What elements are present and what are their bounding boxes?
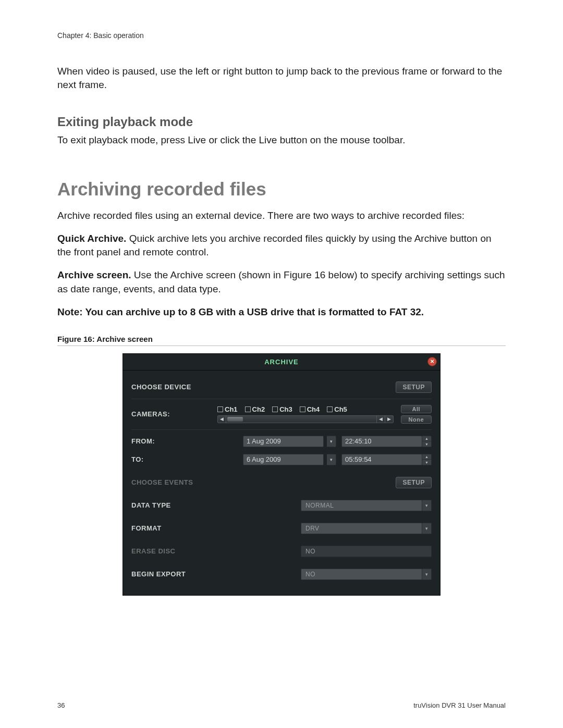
begin-export-row: BEGIN EXPORT NO ▾: [131, 563, 432, 586]
choose-device-row: CHOOSE DEVICE SETUP: [131, 376, 432, 399]
archive-titlebar: ARCHIVE ✕: [123, 354, 440, 371]
scroll-right2-icon[interactable]: ▶: [385, 416, 393, 423]
archive-screen-label: Archive screen.: [57, 269, 131, 280]
archiving-heading: Archiving recorded files: [57, 179, 506, 200]
cameras-row: CAMERAS: Ch1 Ch2 Ch3 Ch4 Ch5 ◀ ◀ ▶ All: [131, 399, 432, 429]
erase-disc-value: NO: [301, 546, 432, 557]
scroll-left-icon[interactable]: ◀: [218, 416, 226, 423]
cameras-all-button[interactable]: All: [401, 405, 432, 413]
begin-export-select[interactable]: NO: [301, 569, 422, 580]
to-time-input[interactable]: 05:59:54: [341, 454, 422, 465]
choose-events-setup-button[interactable]: SETUP: [396, 477, 432, 488]
quick-archive-paragraph: Quick Archive. Quick archive lets you ar…: [57, 232, 506, 259]
camera-checkboxes: Ch1 Ch2 Ch3 Ch4 Ch5: [217, 405, 394, 413]
from-time-input[interactable]: 22:45:10: [341, 436, 422, 447]
exiting-text: To exit playback mode, press Live or cli…: [57, 133, 506, 147]
format-dropdown-icon[interactable]: ▾: [422, 523, 432, 534]
begin-export-label: BEGIN EXPORT: [131, 570, 301, 578]
archive-title: ARCHIVE: [264, 358, 299, 366]
data-type-label: DATA TYPE: [131, 501, 301, 509]
erase-disc-row: ERASE DISC NO: [131, 540, 432, 563]
choose-events-label: CHOOSE EVENTS: [131, 478, 217, 486]
archiving-intro: Archive recorded files using an external…: [57, 209, 506, 223]
erase-disc-label: ERASE DISC: [131, 547, 301, 555]
choose-events-row: CHOOSE EVENTS SETUP: [131, 471, 432, 494]
note-text: Note: You can archive up to 8 GB with a …: [57, 305, 506, 319]
archive-panel: ARCHIVE ✕ CHOOSE DEVICE SETUP CAMERAS: C…: [123, 353, 440, 596]
archive-screen-paragraph: Archive screen. Use the Archive screen (…: [57, 268, 506, 295]
scroll-thumb[interactable]: [227, 417, 243, 422]
data-type-dropdown-icon[interactable]: ▾: [422, 500, 432, 511]
to-time-spinner[interactable]: ▲▼: [422, 454, 432, 465]
to-row: TO: 6 Aug 2009 ▾ 05:59:54 ▲▼: [131, 453, 432, 471]
camera-ch2-checkbox[interactable]: Ch2: [245, 405, 265, 413]
cameras-none-button[interactable]: None: [401, 415, 432, 424]
format-label: FORMAT: [131, 524, 301, 532]
figure-rule: [57, 346, 506, 346]
camera-ch3-checkbox[interactable]: Ch3: [272, 405, 292, 413]
quick-archive-label: Quick Archive.: [57, 233, 126, 244]
close-icon[interactable]: ✕: [427, 357, 437, 366]
data-type-select[interactable]: NORMAL: [301, 500, 422, 511]
to-label: TO:: [131, 455, 204, 463]
from-label: FROM:: [131, 437, 204, 445]
doc-title: truVision DVR 31 User Manual: [413, 701, 506, 709]
from-date-input[interactable]: 1 Aug 2009: [243, 436, 324, 447]
from-row: FROM: 1 Aug 2009 ▾ 22:45:10 ▲▼: [131, 429, 432, 453]
chapter-header: Chapter 4: Basic operation: [57, 31, 506, 40]
camera-ch1-checkbox[interactable]: Ch1: [217, 405, 238, 413]
format-row: FORMAT DRV ▾: [131, 517, 432, 540]
camera-ch4-checkbox[interactable]: Ch4: [300, 405, 320, 413]
to-date-dropdown-icon[interactable]: ▾: [327, 454, 336, 465]
from-time-spinner[interactable]: ▲▼: [422, 436, 432, 447]
cameras-label: CAMERAS:: [131, 410, 217, 418]
data-type-row: DATA TYPE NORMAL ▾: [131, 494, 432, 517]
format-select[interactable]: DRV: [301, 523, 422, 534]
from-date-dropdown-icon[interactable]: ▾: [327, 436, 336, 447]
camera-ch5-checkbox[interactable]: Ch5: [327, 405, 347, 413]
choose-device-setup-button[interactable]: SETUP: [396, 381, 432, 393]
camera-scrollbar[interactable]: ◀ ◀ ▶: [217, 415, 394, 423]
intro-paragraph: When video is paused, use the left or ri…: [57, 65, 506, 92]
page-footer: 36 truVision DVR 31 User Manual: [57, 701, 506, 709]
choose-device-label: CHOOSE DEVICE: [131, 383, 217, 391]
figure-caption: Figure 16: Archive screen: [57, 335, 506, 343]
begin-export-dropdown-icon[interactable]: ▾: [422, 569, 432, 580]
exiting-heading: Exiting playback mode: [57, 115, 506, 129]
scroll-right-icon[interactable]: ◀: [376, 416, 385, 423]
page-number: 36: [57, 701, 65, 709]
to-date-input[interactable]: 6 Aug 2009: [243, 454, 324, 465]
